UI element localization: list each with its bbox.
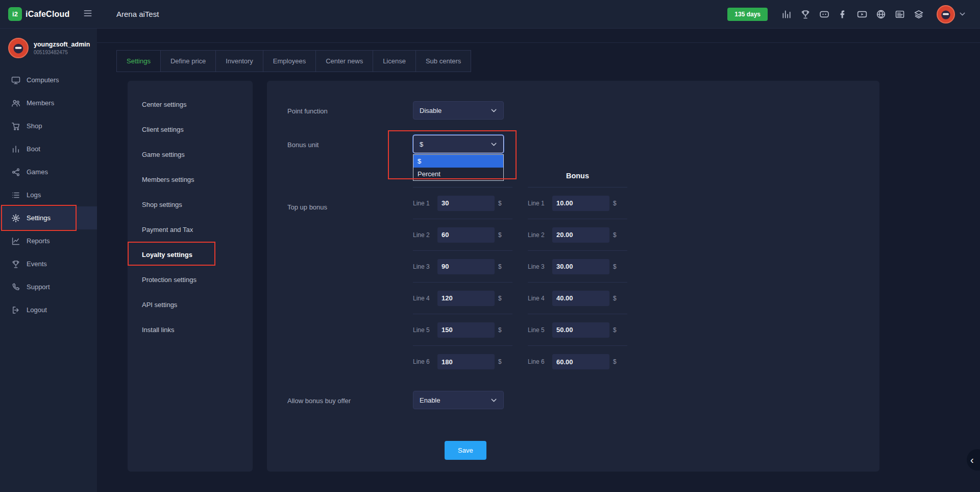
table-row: Line 5 $ [528, 314, 627, 346]
analytics-icon[interactable] [781, 9, 792, 19]
user-menu[interactable] [937, 5, 967, 24]
table-row: Line 4 $ [413, 283, 512, 314]
discord-icon[interactable] [819, 9, 829, 19]
topup-line2-input[interactable] [437, 227, 495, 243]
bonus-line2-input[interactable] [552, 227, 609, 243]
line-label: Line 1 [413, 200, 437, 207]
subnav-game-settings[interactable]: Game settings [128, 142, 253, 167]
subnav-loyalty-settings[interactable]: Loyalty settings [128, 242, 253, 267]
sidebar-item-support[interactable]: Support [0, 275, 97, 298]
sidebar-item-members[interactable]: Members [0, 91, 97, 114]
save-button[interactable]: Save [445, 441, 486, 460]
line-label: Line 2 [528, 231, 552, 239]
subnav-center-settings[interactable]: Center settings [128, 92, 253, 117]
point-function-row: Point function Disable [287, 101, 879, 120]
billing-icon[interactable] [895, 9, 905, 19]
trophy-icon[interactable] [800, 9, 811, 19]
sidebar-item-label: Computers [27, 76, 59, 84]
allow-bonus-buy-offer-select[interactable]: Enable [413, 391, 504, 409]
subnav-payment-and-tax[interactable]: Payment and Tax [128, 217, 253, 242]
bonus-header: Bonus [528, 172, 627, 188]
topup-line5-input[interactable] [437, 322, 495, 338]
tab-center-news[interactable]: Center news [315, 50, 373, 72]
bonus-unit-option-dollar[interactable]: $ [413, 155, 503, 168]
youtube-icon[interactable] [857, 9, 867, 19]
topup-line4-input[interactable] [437, 291, 495, 306]
table-row: Line 3 $ [413, 251, 512, 283]
settings-subnav: Center settings Client settings Game set… [128, 81, 253, 472]
sidebar-item-events[interactable]: Events [0, 252, 97, 275]
sidebar-item-logs[interactable]: Logs [0, 183, 97, 206]
bonus-unit-option-percent[interactable]: Percent [413, 168, 503, 180]
sidebar-item-games[interactable]: Games [0, 160, 97, 183]
bonus-line1-input[interactable] [552, 196, 609, 211]
globe-icon[interactable] [876, 9, 886, 19]
sidebar-avatar [8, 38, 29, 58]
topup-line3-input[interactable] [437, 259, 495, 274]
sidebar-item-boot[interactable]: Boot [0, 137, 97, 160]
currency-suffix: $ [498, 263, 502, 270]
members-icon [11, 99, 20, 108]
tab-sub-centers[interactable]: Sub centers [415, 50, 471, 72]
sidebar-item-label: Logs [27, 191, 41, 199]
sidebar-user-block: youngzsoft_admin 005193482475 [0, 29, 97, 68]
topbar-actions: 135 days [727, 5, 980, 24]
subnav-shop-settings[interactable]: Shop settings [128, 192, 253, 217]
sidebar-item-reports[interactable]: Reports [0, 229, 97, 252]
topup-line1-input[interactable] [437, 196, 495, 211]
sidebar-item-settings[interactable]: Settings [0, 206, 97, 229]
subnav-members-settings[interactable]: Members settings [128, 167, 253, 192]
currency-suffix: $ [498, 200, 502, 207]
currency-suffix: $ [498, 326, 502, 334]
gear-icon [11, 214, 20, 223]
bonus-line5-input[interactable] [552, 322, 609, 338]
monitor-icon [11, 76, 20, 85]
bonus-column: Bonus Line 1 $ Line 2 $ Line 3 [528, 172, 627, 378]
subnav-install-links[interactable]: Install links [128, 317, 253, 342]
line-label: Line 3 [413, 263, 437, 270]
sidebar-item-label: Settings [27, 214, 51, 222]
currency-suffix: $ [613, 263, 617, 270]
line-label: Line 4 [413, 295, 437, 302]
tab-define-price[interactable]: Define price [160, 50, 216, 72]
subnav-client-settings[interactable]: Client settings [128, 117, 253, 142]
logout-icon [11, 306, 20, 315]
point-function-select[interactable]: Disable [413, 101, 504, 120]
tab-inventory[interactable]: Inventory [215, 50, 263, 72]
currency-suffix: $ [498, 231, 502, 239]
sidebar-item-shop[interactable]: Shop [0, 114, 97, 137]
user-name: youngzsoft_admin [34, 41, 90, 48]
facebook-icon[interactable] [838, 9, 848, 19]
license-days-badge[interactable]: 135 days [727, 8, 768, 21]
tab-license[interactable]: License [373, 50, 416, 72]
sidebar-item-label: Logout [27, 306, 47, 314]
currency-suffix: $ [613, 326, 617, 334]
bonus-line6-input[interactable] [552, 354, 609, 369]
line-label: Line 4 [528, 295, 552, 302]
tab-employees[interactable]: Employees [263, 50, 316, 72]
cart-icon [11, 122, 20, 131]
bonus-line4-input[interactable] [552, 291, 609, 306]
phone-icon [11, 283, 20, 292]
bonus-line3-input[interactable] [552, 259, 609, 274]
layers-icon[interactable] [914, 9, 924, 19]
table-row: Line 2 $ [528, 219, 627, 251]
currency-suffix: $ [613, 200, 617, 207]
games-icon [11, 168, 20, 177]
topup-line6-input[interactable] [437, 354, 495, 369]
line-label: Line 1 [528, 200, 552, 207]
sidebar-item-computers[interactable]: Computers [0, 68, 97, 91]
hamburger-menu-icon[interactable] [83, 8, 93, 20]
sidebar-item-label: Reports [27, 237, 50, 245]
sidebar-item-logout[interactable]: Logout [0, 298, 97, 321]
subnav-api-settings[interactable]: API settings [128, 292, 253, 317]
tab-settings[interactable]: Settings [116, 50, 161, 72]
point-function-label: Point function [287, 106, 413, 115]
bonus-unit-value: $ [420, 140, 423, 148]
currency-suffix: $ [613, 231, 617, 239]
brand-area: i2 iCafeCloud [0, 7, 97, 21]
sidebar-item-label: Support [27, 283, 50, 291]
subnav-protection-settings[interactable]: Protection settings [128, 267, 253, 292]
chevron-down-icon [489, 140, 498, 149]
bonus-unit-select[interactable]: $ [413, 135, 504, 153]
